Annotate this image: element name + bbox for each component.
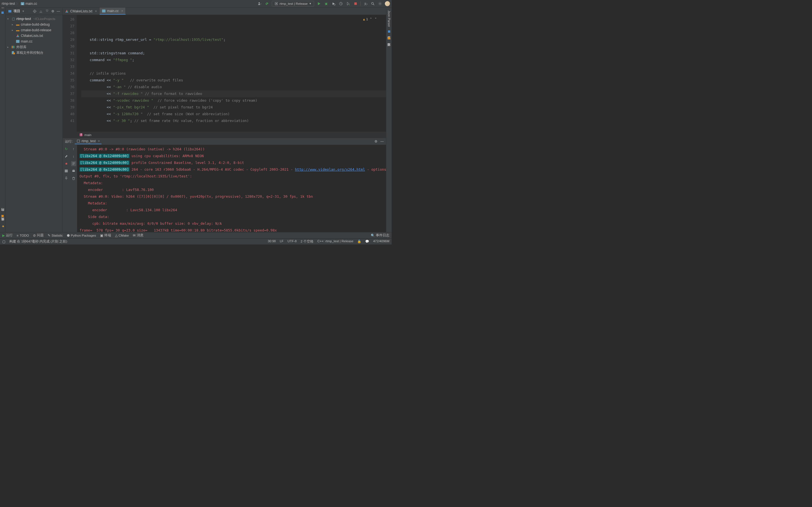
hide-icon[interactable]: — [57,9,60,13]
svg-rect-4 [276,3,277,4]
stop-icon[interactable] [353,1,358,6]
avatar[interactable] [385,1,390,6]
cursor-pos[interactable]: 30:98 [267,239,276,244]
prev-icon[interactable]: ˄ [370,16,372,23]
collapse-icon[interactable] [45,9,49,13]
sidebar-title: 项目 [13,9,20,13]
tree-external[interactable]: ▸ 外部库 [6,44,62,50]
svg-text:c: c [22,3,23,5]
translate-icon[interactable]: 文A [363,1,368,6]
user-dropdown-icon[interactable] [257,1,262,6]
svg-rect-17 [13,46,13,48]
editor-breadcrumb: f main [63,131,386,138]
encoding[interactable]: UTF-8 [288,239,297,244]
notification-icon[interactable]: 💬 [365,239,369,244]
tree-folder[interactable]: ▸ ▬ cmake-build-debug [6,22,62,27]
layout-icon[interactable] [64,168,69,173]
event-log[interactable]: 🔍事件日志 [371,233,389,237]
close-icon[interactable]: × [95,9,97,13]
rerun-icon[interactable]: ↻ [64,147,69,152]
gear-icon[interactable]: ⚙ [374,139,377,144]
hide-icon[interactable]: — [380,139,384,144]
search-icon[interactable] [370,1,375,6]
sidebar-header: 项目 ▼ ⚙ — [6,8,62,15]
pin-icon[interactable] [64,176,69,181]
memory[interactable]: 472/4096M [373,239,389,244]
expand-icon[interactable] [39,9,43,13]
tree-scratch[interactable]: 草稿文件和控制台 [6,50,62,55]
breadcrumb-file[interactable]: c main.cc [20,2,37,6]
svg-point-2 [259,2,260,3]
lock-icon[interactable]: 🔒 [357,239,361,244]
tree-file[interactable]: CMakeLists.txt [6,33,62,39]
svg-rect-24 [65,171,68,172]
rail-database[interactable]: 数据库 [387,36,391,42]
up-icon[interactable]: ↑ [71,147,76,152]
chevron-down-icon[interactable]: ▼ [22,10,24,13]
bottom-messages[interactable]: ✉消息 [133,233,144,237]
cpp-file-icon [16,40,20,43]
console-output[interactable]: Stream #0:0 -> #0:0 (rawvideo (native) -… [77,145,386,232]
rail-structure[interactable]: 结构 [1,212,5,219]
svg-point-14 [35,11,35,11]
down-icon[interactable]: ↓ [71,154,76,159]
bottom-cmake[interactable]: △CMake [115,233,129,237]
code-pane[interactable]: ▲ 1 ˄ ˅ std::string rtmp_server_url = "r… [77,15,386,131]
close-icon[interactable]: × [121,9,123,13]
run-icon[interactable] [316,1,321,6]
warning-icon: ▲ [363,16,365,23]
editor-body[interactable]: 26272829303132333435363738394041 ▲ 1 ˄ ˅… [63,15,386,131]
rail-remote[interactable]: 远程主机 [387,29,391,36]
gear-icon[interactable]: ⚙ [51,9,54,13]
svg-point-5 [325,3,327,5]
locate-icon[interactable] [33,9,37,13]
hammer-icon[interactable] [264,1,269,6]
svg-rect-26 [73,170,74,171]
tree-root[interactable]: ▾ ▢ rtmp-test ~/CLionProjects [6,16,62,22]
tree-folder[interactable]: ▸ ▬ cmake-build-release [6,27,62,33]
bottom-todo[interactable]: ≡TODO [17,234,29,237]
profile-icon[interactable] [338,1,343,6]
tab-main[interactable]: main.cc × [100,8,126,15]
rail-json[interactable]: Json Parser [388,9,391,29]
fn-name[interactable]: main [84,133,91,136]
attach-icon[interactable] [346,1,351,6]
indent[interactable]: 2 个空格 [301,239,313,244]
debug-icon[interactable] [324,1,329,6]
wrench-icon[interactable] [64,154,69,159]
run-header: 运行: rtmp_test × ⚙ — [63,138,386,145]
run-toolbar-col1: ↻ ■ [63,145,70,232]
breadcrumb-sep: 〉 [16,1,19,6]
print-icon[interactable] [71,168,76,173]
bottom-problems[interactable]: ⊘问题 [33,233,44,237]
stop-icon[interactable]: ■ [64,161,69,166]
svg-rect-8 [354,3,357,5]
bottom-statistic[interactable]: ✎Statistic [48,233,63,237]
rail-favorites[interactable]: ★收藏夹 [1,222,5,230]
bottom-run[interactable]: ▶运行 [2,233,13,237]
coverage-icon[interactable] [331,1,336,6]
run-config-selector[interactable]: rtmp_test | Release ▼ [272,1,314,6]
breadcrumb-project[interactable]: rtmp-test [2,2,15,6]
cmake-file-icon [16,34,20,38]
inspection-badge[interactable]: ▲ 1 ˄ ˅ [363,16,377,23]
cpp-file-icon: c [20,2,24,6]
svg-rect-16 [12,46,13,48]
wrap-icon[interactable] [71,161,76,166]
bottom-toolbar: ▶运行 ≡TODO ⊘问题 ✎Statistic ⬢Python Package… [0,232,392,238]
rail-project[interactable]: 项目 [1,9,5,15]
trash-icon[interactable] [71,176,76,181]
run-tab[interactable]: rtmp_test × [75,138,101,144]
gear-icon[interactable] [377,1,383,6]
toolwindow-icon[interactable]: ▢ [2,240,5,244]
tree-file[interactable]: main.cc [6,39,62,44]
tab-cmakelists[interactable]: CMakeLists.txt × [63,8,100,15]
bottom-python[interactable]: ⬢Python Packages [67,233,96,237]
line-sep[interactable]: LF [280,239,283,244]
context[interactable]: C++: rtmp_test | Release [317,239,354,244]
bottom-terminal[interactable]: ▣终端 [100,233,111,237]
next-icon[interactable]: ˅ [375,16,377,23]
close-icon[interactable]: × [98,139,100,143]
line-gutter: 26272829303132333435363738394041 [63,15,77,131]
project-tree: ▾ ▢ rtmp-test ~/CLionProjects ▸ ▬ cmake-… [6,15,62,57]
